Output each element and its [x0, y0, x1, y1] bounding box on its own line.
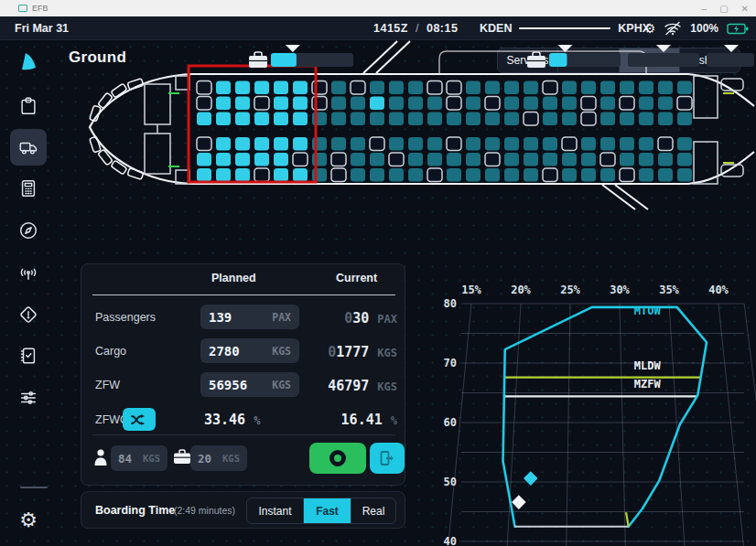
seat-E4[interactable]: [254, 153, 269, 166]
seat-B4[interactable]: [254, 97, 269, 111]
seat-E18[interactable]: [524, 153, 538, 166]
seat-E9[interactable]: [351, 153, 365, 166]
aft-cargo-bar-3[interactable]: [707, 53, 754, 67]
seat-F22[interactable]: [600, 168, 615, 182]
seat-A16[interactable]: [485, 81, 500, 95]
seat-D15[interactable]: [466, 137, 481, 151]
seat-C16[interactable]: [485, 112, 500, 126]
seat-C26[interactable]: [677, 112, 692, 126]
seat-A14[interactable]: [447, 81, 461, 95]
seat-B7[interactable]: [312, 97, 327, 111]
seat-E23[interactable]: [620, 153, 634, 166]
seat-D26[interactable]: [677, 137, 692, 151]
seat-F9[interactable]: [351, 168, 365, 182]
seat-D9[interactable]: [351, 137, 365, 151]
seat-C13[interactable]: [427, 112, 442, 126]
seat-B3[interactable]: [235, 97, 250, 111]
sidebar-item-checklist[interactable]: [10, 337, 47, 374]
pax-weight-input[interactable]: 84 KGS: [111, 445, 167, 471]
seat-E7[interactable]: [312, 153, 327, 166]
seat-A10[interactable]: [370, 81, 384, 95]
seat-F23[interactable]: [620, 168, 634, 182]
seat-A26[interactable]: [677, 81, 692, 95]
seat-A7[interactable]: [312, 81, 327, 95]
seat-B17[interactable]: [504, 97, 519, 111]
seat-C5[interactable]: [274, 112, 288, 126]
boarding-mode-real[interactable]: Real: [351, 498, 395, 523]
seat-A5[interactable]: [274, 81, 288, 95]
seat-D17[interactable]: [504, 137, 519, 151]
seat-D7[interactable]: [312, 137, 327, 151]
seat-F17[interactable]: [504, 168, 519, 182]
seat-B26[interactable]: [677, 97, 692, 111]
seat-B21[interactable]: [581, 97, 596, 111]
seat-D1[interactable]: [197, 137, 211, 151]
seat-D20[interactable]: [562, 137, 577, 151]
seat-C24[interactable]: [639, 112, 653, 126]
seat-F5[interactable]: [274, 168, 288, 182]
seat-E19[interactable]: [543, 153, 557, 166]
seat-F4[interactable]: [254, 168, 269, 182]
seat-B13[interactable]: [427, 97, 442, 111]
seat-F3[interactable]: [235, 168, 250, 182]
seat-A23[interactable]: [620, 81, 634, 95]
seat-A24[interactable]: [639, 81, 653, 95]
seat-C20[interactable]: [562, 112, 577, 126]
seat-C9[interactable]: [351, 112, 365, 126]
seat-E10[interactable]: [370, 153, 384, 166]
seat-A2[interactable]: [216, 81, 231, 95]
aft-cargo-target-2[interactable]: [656, 45, 671, 52]
seat-E21[interactable]: [581, 153, 596, 166]
seat-B2[interactable]: [216, 97, 231, 111]
seat-B10[interactable]: [370, 97, 384, 111]
seat-F12[interactable]: [408, 168, 423, 182]
zfwcg-shuffle-button[interactable]: [123, 408, 156, 431]
aft-cargo-bar-2[interactable]: [628, 53, 699, 67]
seat-C23[interactable]: [620, 112, 634, 126]
seat-C1[interactable]: [197, 112, 211, 126]
seat-F7[interactable]: [312, 168, 327, 182]
seat-A8[interactable]: [331, 81, 346, 95]
seat-E12[interactable]: [408, 153, 423, 166]
seat-F21[interactable]: [581, 168, 596, 182]
seat-B16[interactable]: [485, 97, 500, 111]
seat-E8[interactable]: [331, 153, 346, 166]
sidebar-item-hazard[interactable]: [10, 296, 47, 333]
seat-E5[interactable]: [274, 153, 288, 166]
seat-D23[interactable]: [620, 137, 634, 151]
close-button[interactable]: ✕: [741, 4, 749, 14]
seat-B18[interactable]: [524, 97, 538, 111]
minimize-button[interactable]: –: [702, 4, 707, 14]
seat-D4[interactable]: [254, 137, 269, 151]
seat-F16[interactable]: [485, 168, 500, 182]
seat-A12[interactable]: [408, 81, 423, 95]
seat-C4[interactable]: [254, 112, 269, 126]
seat-E24[interactable]: [639, 153, 653, 166]
boarding-mode-instant[interactable]: Instant: [247, 498, 304, 523]
seat-F6[interactable]: [293, 168, 308, 182]
seat-B11[interactable]: [389, 97, 404, 111]
seat-F1[interactable]: [197, 168, 211, 182]
seat-A18[interactable]: [524, 81, 538, 95]
seat-D8[interactable]: [331, 137, 346, 151]
wifi-off-icon[interactable]: [664, 21, 682, 36]
seat-A17[interactable]: [504, 81, 519, 95]
seat-D22[interactable]: [600, 137, 615, 151]
seat-A1[interactable]: [197, 81, 211, 95]
seat-D3[interactable]: [235, 137, 250, 151]
seat-E3[interactable]: [235, 153, 250, 166]
seat-A19[interactable]: [543, 81, 557, 95]
seat-B12[interactable]: [408, 97, 423, 111]
seat-A20[interactable]: [562, 81, 577, 95]
seat-F25[interactable]: [658, 168, 673, 182]
seat-B1[interactable]: [197, 97, 211, 111]
seat-A25[interactable]: [658, 81, 673, 95]
seat-C14[interactable]: [447, 112, 461, 126]
seat-F10[interactable]: [370, 168, 384, 182]
seat-D21[interactable]: [581, 137, 596, 151]
settings-gear-icon[interactable]: ⚙: [644, 22, 656, 35]
seat-F15[interactable]: [466, 168, 481, 182]
seat-D13[interactable]: [427, 137, 442, 151]
seat-B8[interactable]: [331, 97, 346, 111]
seat-D24[interactable]: [639, 137, 653, 151]
